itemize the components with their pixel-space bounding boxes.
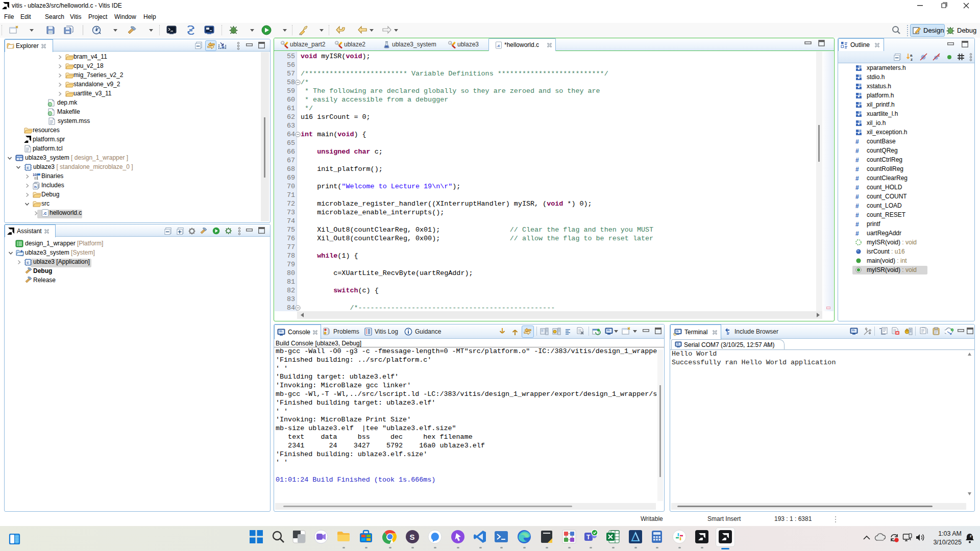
- svg-text:01: 01: [34, 177, 38, 180]
- svg-text:#: #: [855, 184, 859, 191]
- svg-text:h: h: [34, 185, 37, 189]
- svg-text:#: #: [855, 138, 859, 145]
- svg-text:#: #: [855, 193, 859, 201]
- svg-text:#: #: [855, 175, 859, 182]
- svg-text:#: #: [855, 230, 859, 237]
- svg-text:c: c: [27, 165, 29, 170]
- svg-text:S: S: [410, 533, 415, 541]
- svg-text:#: #: [855, 203, 859, 210]
- svg-text:z: z: [911, 57, 913, 61]
- svg-text:10: 10: [33, 173, 37, 177]
- svg-text:#: #: [855, 147, 859, 155]
- svg-text:.c: .c: [43, 211, 47, 216]
- svg-text:s: s: [21, 249, 23, 253]
- svg-text:c: c: [27, 260, 29, 265]
- svg-text:T: T: [586, 534, 591, 541]
- svg-text:.c: .c: [497, 43, 500, 48]
- svg-text:z: z: [972, 533, 973, 536]
- svg-text:#: #: [855, 212, 859, 219]
- svg-text:#: #: [855, 157, 859, 164]
- svg-text:#: #: [855, 166, 859, 173]
- svg-text:#: #: [855, 221, 859, 228]
